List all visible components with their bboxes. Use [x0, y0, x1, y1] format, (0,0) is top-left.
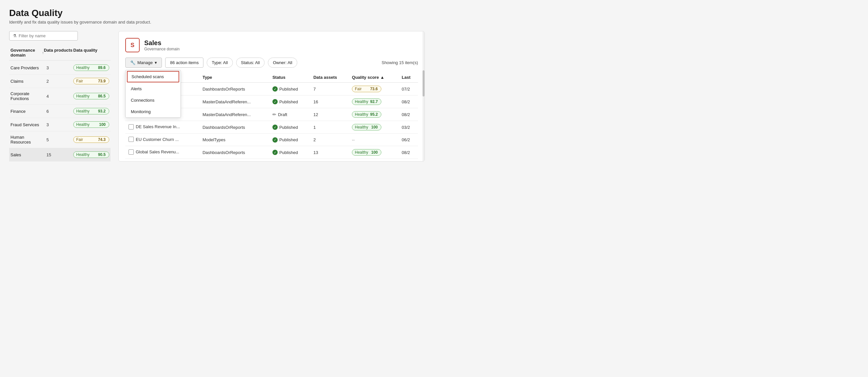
- filter-icon: ⚗: [13, 33, 17, 38]
- domain-row[interactable]: Sales 15 Healthy 90.5: [9, 148, 111, 161]
- domain-row[interactable]: Fraud Services 3 Healthy 100: [9, 118, 111, 131]
- row-domain-name: Fraud Services: [10, 122, 44, 127]
- row-last: 08/2: [398, 95, 418, 108]
- row-type: MasterDataAndReferen...: [199, 108, 269, 121]
- row-products: 6: [44, 109, 73, 114]
- filter-input-wrap[interactable]: ⚗: [9, 31, 78, 40]
- domain-row[interactable]: Care Providers 3 Healthy 89.6: [9, 61, 111, 74]
- product-icon: [128, 150, 134, 155]
- domain-row[interactable]: Claims 2 Fair 73.9: [9, 74, 111, 88]
- action-items-button[interactable]: 86 action items: [165, 58, 204, 68]
- quality-badge: Healthy 95.2: [352, 111, 381, 118]
- quality-badge: Healthy 100: [352, 149, 381, 156]
- status-published: ✓ Published: [273, 137, 307, 143]
- row-products: 5: [44, 137, 73, 142]
- quality-badge: Healthy 100: [73, 121, 109, 128]
- page-container: Data Quality Identify and fix data quali…: [0, 0, 434, 188]
- quality-badge: Fair 73.9: [73, 78, 109, 84]
- row-status: ✓ Published: [269, 134, 310, 146]
- owner-filter-button[interactable]: Owner: All: [268, 58, 297, 68]
- published-icon: ✓: [273, 125, 278, 130]
- dropdown-item-alerts[interactable]: Alerts: [126, 83, 181, 94]
- row-domain-name: Care Providers: [10, 65, 44, 70]
- domain-row[interactable]: Corporate Functions 4 Healthy 86.5: [9, 88, 111, 105]
- quality-badge: Fair 74.3: [73, 136, 109, 143]
- status-published: ✓ Published: [273, 150, 307, 155]
- page-subtitle: Identify and fix data quality issues by …: [9, 20, 425, 25]
- row-domain-name: Corporate Functions: [10, 91, 44, 101]
- col-header-quality: Data quality: [73, 48, 109, 58]
- product-icon: [128, 137, 134, 142]
- table-row[interactable]: EU Customer Churn ... ModelTypes ✓ Publi…: [125, 134, 418, 146]
- showing-label: Showing 15 item(s): [382, 60, 418, 65]
- toolbar: 🔧 Manage ▾ Scheduled scans Alerts Connec…: [125, 58, 418, 68]
- row-status: ✓ Published: [269, 95, 310, 108]
- th-last: Last: [398, 72, 418, 83]
- published-icon: ✓: [273, 99, 278, 104]
- row-type: MasterDataAndReferen...: [199, 95, 269, 108]
- row-status: ✓ Published: [269, 121, 310, 134]
- left-panel: ⚗ Governance domain ↑ Data products Data…: [9, 31, 111, 161]
- row-type: DashboardsOrReports: [199, 121, 269, 134]
- domain-table-header: Governance domain ↑ Data products Data q…: [9, 45, 111, 61]
- row-domain-name: Sales: [10, 152, 44, 157]
- type-filter-button[interactable]: Type: All: [207, 58, 232, 68]
- domain-row[interactable]: Finance 6 Healthy 93.2: [9, 105, 111, 118]
- dropdown-item-scheduled-scans[interactable]: Scheduled scans: [127, 71, 179, 83]
- row-quality-score: Healthy 100: [349, 146, 398, 159]
- row-status: ✓ Published: [269, 83, 310, 95]
- published-icon: ✓: [273, 137, 278, 143]
- chevron-down-icon: ▾: [155, 60, 157, 65]
- row-name: Global Sales Revenu...: [125, 146, 199, 159]
- manage-button[interactable]: 🔧 Manage ▾: [125, 58, 162, 68]
- row-quality-score: Fair 73.6: [349, 83, 398, 95]
- domain-row[interactable]: Human Resources 5 Fair 74.3: [9, 131, 111, 148]
- row-assets: 7: [310, 83, 349, 95]
- row-last: 08/2: [398, 108, 418, 121]
- status-published: ✓ Published: [273, 125, 307, 130]
- product-icon: [128, 124, 134, 129]
- row-quality-score: Healthy 95.2: [349, 108, 398, 121]
- row-quality-score: --: [349, 134, 398, 146]
- page-title: Data Quality: [9, 8, 425, 18]
- row-type: ModelTypes: [199, 134, 269, 146]
- row-quality-score: Healthy 100: [349, 121, 398, 134]
- draft-icon: ✏: [273, 112, 276, 117]
- row-type: DashboardsOrReports: [199, 83, 269, 95]
- quality-sort-icon: ▲: [380, 75, 384, 80]
- quality-badge: Healthy 86.5: [73, 93, 109, 99]
- domain-name: Sales: [144, 39, 180, 47]
- scrollbar-thumb[interactable]: [423, 70, 425, 96]
- quality-badge: Healthy 100: [352, 124, 381, 130]
- dropdown-item-monitoring[interactable]: Monitoring: [126, 106, 181, 117]
- row-status: ✏ Draft: [269, 108, 310, 121]
- status-filter-button[interactable]: Status: All: [236, 58, 265, 68]
- row-name: EU Customer Churn ...: [125, 134, 199, 146]
- score-dash: --: [352, 137, 355, 142]
- table-row[interactable]: Global Sales Revenu... DashboardsOrRepor…: [125, 146, 418, 159]
- th-quality[interactable]: Quality score ▲: [349, 72, 398, 83]
- row-domain-name: Finance: [10, 109, 44, 114]
- row-products: 2: [44, 79, 73, 84]
- quality-badge: Healthy 89.6: [73, 64, 109, 71]
- row-last: 07/2: [398, 83, 418, 95]
- row-quality-score: Healthy 92.7: [349, 95, 398, 108]
- row-products: 4: [44, 94, 73, 99]
- row-status: ✓ Published: [269, 146, 310, 159]
- row-name: DE Sales Revenue In...: [125, 121, 199, 134]
- row-domain-name: Claims: [10, 79, 44, 84]
- quality-badge: Fair 73.6: [352, 86, 381, 92]
- table-row[interactable]: DE Sales Revenue In... DashboardsOrRepor…: [125, 121, 418, 134]
- status-draft: ✏ Draft: [273, 112, 307, 117]
- row-last: 08/2: [398, 146, 418, 159]
- row-assets: 12: [310, 108, 349, 121]
- row-products: 15: [44, 152, 73, 157]
- row-products: 3: [44, 65, 73, 70]
- main-layout: ⚗ Governance domain ↑ Data products Data…: [9, 31, 425, 161]
- row-type: DashboardsOrReports: [199, 146, 269, 159]
- dropdown-item-connections[interactable]: Connections: [126, 94, 181, 106]
- row-assets: 13: [310, 146, 349, 159]
- filter-input[interactable]: [19, 33, 74, 38]
- quality-badge: Healthy 92.7: [352, 98, 381, 105]
- row-products: 3: [44, 122, 73, 127]
